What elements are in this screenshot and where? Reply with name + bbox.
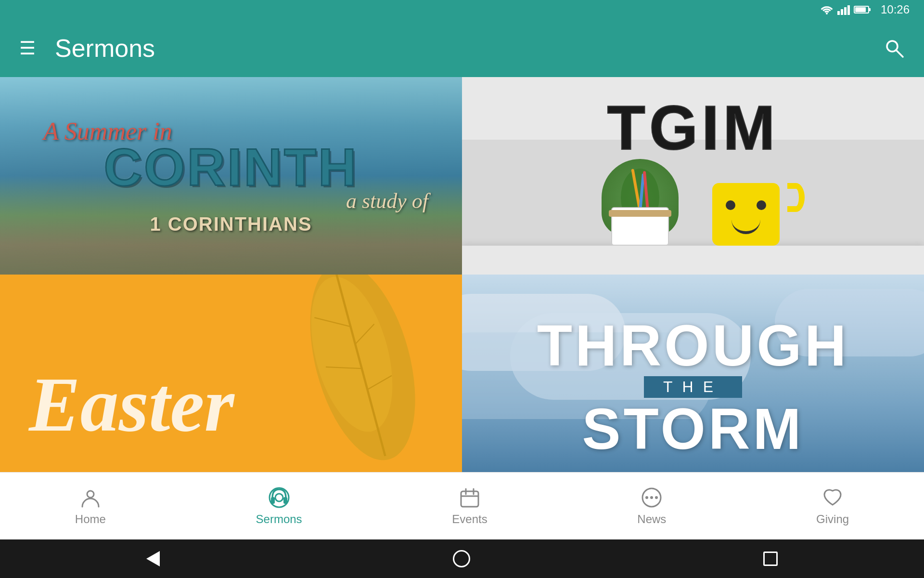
status-bar: 10:26 — [0, 0, 924, 19]
corinth-line3: a study of — [346, 189, 428, 213]
content-grid: A Summer in CORINTH a study of 1 CORINTH… — [0, 77, 924, 472]
easter-card-content: Easter — [29, 366, 234, 443]
wifi-icon — [820, 4, 834, 15]
sermon-card-corinth[interactable]: A Summer in CORINTH a study of 1 CORINTH… — [0, 77, 462, 275]
nav-label-sermons: Sermons — [256, 512, 302, 526]
bottom-nav: Home Sermons Events News — [0, 472, 924, 539]
status-time: 10:26 — [881, 3, 910, 16]
easter-title: Easter — [29, 366, 234, 443]
svg-line-5 — [896, 50, 903, 57]
svg-point-15 — [275, 494, 283, 501]
sermons-icon — [268, 486, 290, 509]
sermon-card-easter[interactable]: Easter — [0, 275, 462, 472]
svg-point-0 — [826, 13, 828, 14]
svg-rect-18 — [461, 491, 478, 507]
storm-line3: STORM — [462, 400, 924, 458]
battery-icon — [854, 4, 871, 15]
nav-label-news: News — [637, 512, 666, 526]
svg-rect-16 — [271, 497, 275, 504]
nav-item-sermons[interactable]: Sermons — [237, 482, 321, 531]
corinth-line2: CORINTH — [103, 141, 358, 194]
nav-item-news[interactable]: News — [618, 482, 685, 531]
corinth-line4: 1 CORINTHIANS — [150, 213, 312, 235]
storm-card-content: THROUGH THE STORM — [462, 316, 924, 458]
giving-icon — [821, 486, 844, 509]
svg-rect-3 — [869, 8, 871, 11]
recents-button[interactable] — [763, 552, 778, 566]
home-button[interactable] — [453, 550, 470, 567]
storm-line2: THE — [644, 376, 742, 398]
easter-leaf-decoration — [218, 275, 462, 472]
nav-label-giving: Giving — [816, 512, 849, 526]
svg-point-25 — [655, 496, 658, 499]
signal-icon — [837, 4, 850, 15]
news-icon — [641, 486, 663, 509]
app-bar: ☰ Sermons — [0, 19, 924, 77]
android-nav-bar — [0, 539, 924, 578]
events-icon — [459, 486, 481, 509]
nav-item-giving[interactable]: Giving — [797, 482, 868, 531]
svg-rect-2 — [855, 7, 866, 12]
nav-label-events: Events — [452, 512, 487, 526]
menu-icon[interactable]: ☰ — [19, 39, 36, 57]
svg-rect-17 — [283, 497, 287, 504]
svg-point-23 — [650, 496, 653, 499]
corinth-card-content: A Summer in CORINTH a study of 1 CORINTH… — [0, 77, 462, 275]
nav-item-home[interactable]: Home — [56, 482, 125, 531]
sermon-card-tgim[interactable]: TGIM finding purpose in our work — [462, 77, 924, 275]
home-icon — [79, 486, 102, 509]
tgim-card-content: TGIM finding purpose in our work — [462, 77, 924, 275]
back-button[interactable] — [146, 551, 160, 566]
svg-point-13 — [87, 491, 94, 498]
svg-point-24 — [645, 496, 648, 499]
tgim-title: TGIM — [607, 96, 779, 159]
nav-item-events[interactable]: Events — [433, 482, 506, 531]
status-icons: 10:26 — [820, 3, 910, 16]
search-icon[interactable] — [884, 38, 905, 59]
nav-label-home: Home — [75, 512, 106, 526]
storm-line1: THROUGH — [462, 316, 924, 374]
sermon-card-storm[interactable]: THROUGH THE STORM — [462, 275, 924, 472]
page-title: Sermons — [55, 34, 884, 63]
